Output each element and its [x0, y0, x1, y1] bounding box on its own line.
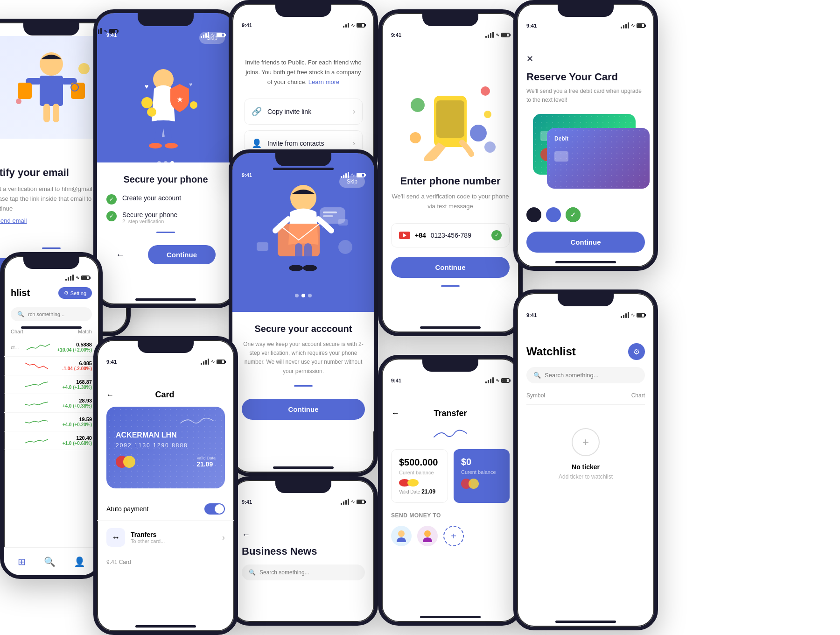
svg-point-9	[78, 63, 90, 74]
time-secure: 9:41	[106, 32, 117, 38]
credit-card: ACKERMAN LHN 2092 1130 1290 8888 Valid D…	[106, 407, 225, 488]
stock-change-3: +4.0 (+1.30%)	[63, 385, 92, 390]
transfer-card-row: $500.000 Curent balance Valid Date 21.09	[391, 449, 510, 503]
transfers-label: Tranfers	[131, 531, 165, 538]
status-bar-transfer: 9:41 ∿	[382, 359, 519, 385]
home-indicator-8	[420, 616, 481, 618]
cards-display: Debit	[526, 114, 645, 198]
close-button-reserve[interactable]: ✕	[526, 54, 645, 64]
check-mark-1: ✓	[109, 196, 114, 203]
tab-profile[interactable]: 👤	[74, 556, 85, 567]
transfer-signature	[391, 428, 510, 444]
stock-chart-4	[25, 399, 48, 408]
watchlist-content: Watchlist ⚙ 🔍 Symbol Chart + No ticker A…	[517, 320, 654, 508]
status-icons-wl-partial: ∿	[65, 275, 90, 281]
svg-point-20	[165, 143, 178, 148]
avatar-1[interactable]	[391, 526, 412, 548]
status-icons-transfer: ∿	[485, 377, 510, 383]
home-indicator-4	[273, 168, 334, 170]
blue-card: Debit	[547, 128, 650, 189]
watchlist-main-header: Watchlist ⚙	[526, 343, 645, 360]
back-button-transfer[interactable]: ←	[391, 409, 399, 418]
reserve-content: ✕ Reserve Your Card We'll send you a fre…	[517, 30, 654, 262]
watchlist-gear-btn[interactable]: ⚙	[628, 343, 645, 360]
stock-row-6[interactable]: 120.40 +1.0 (+0.68%)	[4, 431, 99, 450]
continue-button-phone[interactable]: Continue	[391, 257, 510, 278]
svg-point-21	[290, 185, 316, 211]
invite-intro-text: Invite friends to Public. For each frien…	[244, 58, 363, 87]
check-icon-2: ✓	[106, 211, 117, 221]
svg-point-19	[149, 143, 162, 148]
dot-sa-3	[308, 294, 312, 297]
copy-invite-option[interactable]: 🔗 Copy invite link ›	[244, 99, 363, 125]
setting-label: Setting	[70, 290, 86, 296]
stock-row-5[interactable]: 19.59 +4.0 (+0.20%)	[4, 413, 99, 431]
valid-label-card: Valid Date	[196, 456, 216, 460]
transfers-option[interactable]: ↔ Tranfers To other card... ›	[97, 520, 234, 554]
learn-more-link[interactable]: Learn more	[308, 78, 339, 85]
transfer-content: ← Transfer $500.000 Curent balance	[382, 385, 519, 557]
continue-button-reserve[interactable]: Continue	[526, 232, 645, 253]
add-avatar-button[interactable]: +	[443, 526, 464, 546]
tab-search[interactable]: 🔍	[44, 556, 56, 567]
status-icons-sa: ∿	[341, 172, 365, 178]
progress-line-secure	[156, 232, 175, 233]
status-bar-wl-partial: ∿	[4, 256, 99, 282]
color-dot-blue[interactable]	[546, 207, 561, 222]
search-input-partial[interactable]	[28, 311, 85, 317]
avatar-circle-2	[417, 526, 438, 546]
status-icons-phone: ∿	[485, 32, 510, 38]
secure-svg: ★ ♥ ♥	[119, 61, 212, 154]
phone-enter-phone: 9:41 ∿	[378, 9, 523, 336]
setting-button[interactable]: ⚙ Setting	[58, 287, 92, 299]
back-arrow-secure[interactable]: ←	[116, 249, 125, 260]
color-dot-green[interactable]: ✓	[566, 207, 581, 222]
stock-change-4: +4.0 (+0.38%)	[63, 403, 92, 409]
status-bar-invite: 9:41 ∿	[232, 4, 374, 30]
avatar-2[interactable]	[417, 526, 438, 548]
plus-icon-ticker: +	[582, 436, 589, 449]
secure-bottom-section: Secure your phone ✓ Create your account …	[97, 162, 234, 278]
search-icon-wl: 🔍	[533, 372, 541, 379]
current-balance-label: Curent balance	[399, 470, 440, 475]
svg-point-38	[410, 132, 421, 143]
no-ticker-section: + No ticker Add ticker to watchlist	[526, 409, 645, 499]
check-mark-phone: ✓	[495, 232, 499, 238]
progress-dots-sa	[295, 294, 312, 307]
avatar-add[interactable]: +	[443, 526, 464, 548]
checklist-item-2: ✓ Secure your phone 2- step verification	[106, 211, 225, 224]
verified-check-icon: ✓	[491, 230, 502, 240]
back-arrow-card[interactable]: ←	[106, 391, 114, 399]
avatar-row: +	[391, 526, 510, 548]
status-bar-card: 9:41 ∿	[97, 340, 234, 367]
watchlist-partial-search[interactable]: 🔍	[11, 307, 92, 321]
valid-date-label: Valid Date 21.09	[399, 488, 440, 495]
add-ticker-button[interactable]: +	[572, 428, 600, 456]
watchlist-search-box[interactable]: 🔍	[526, 367, 645, 383]
check-icon-1: ✓	[106, 194, 117, 205]
current-balance-amount: $500.000	[399, 457, 440, 468]
home-indicator-11	[555, 621, 616, 623]
auto-payment-toggle[interactable]	[204, 503, 225, 515]
business-search-box[interactable]: 🔍	[242, 564, 365, 580]
watchlist-search-input[interactable]	[545, 372, 623, 379]
time-card: 9:41	[106, 359, 117, 365]
color-dot-dark[interactable]	[526, 207, 541, 222]
col-chart-wl: Chart	[631, 392, 645, 399]
back-button-business[interactable]: ←	[242, 530, 365, 540]
stock-row-2[interactable]: 6.085 -1.04 (-2.00%)	[4, 357, 99, 375]
business-search-input[interactable]	[259, 569, 358, 576]
tab-home[interactable]: ⊞	[18, 556, 26, 567]
svg-point-40	[484, 141, 496, 153]
stock-row-1[interactable]: ct... 0.5888 +10.04 (+2.00%)	[4, 338, 99, 357]
verify-divider	[42, 247, 61, 249]
stock-row-4[interactable]: 28.93 +4.0 (+0.38%)	[4, 394, 99, 413]
continue-button-secure[interactable]: Continue	[148, 245, 216, 264]
continue-button-sa[interactable]: Continue	[242, 399, 365, 420]
card-valid-section: Valid Date 21.09	[196, 456, 216, 468]
svg-point-42	[424, 530, 431, 537]
stock-row-3[interactable]: 168.87 +4.0 (+1.30%)	[4, 375, 99, 394]
phone-input-row[interactable]: +84 0123-456-789 ✓	[391, 223, 510, 247]
stock-price-4: 28.93	[63, 398, 92, 403]
phone-num-subtitle: We'll send a verification code to your p…	[391, 192, 510, 212]
